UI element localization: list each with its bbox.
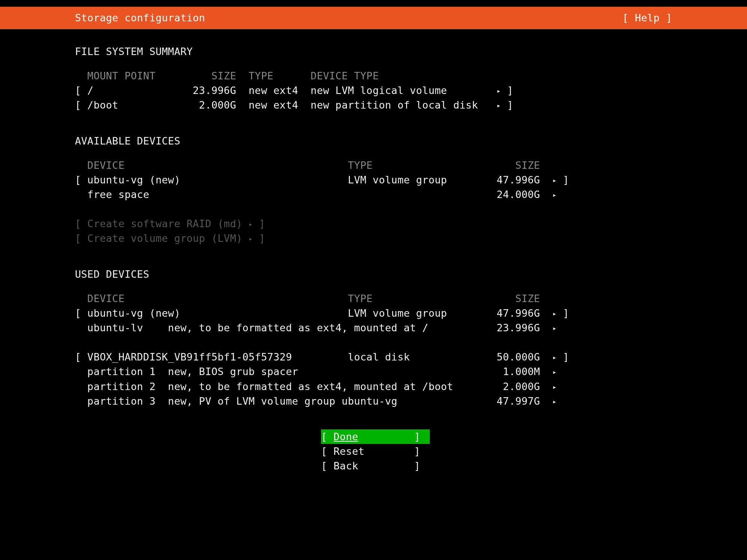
section-title-used: USED DEVICES	[75, 267, 676, 281]
create-raid-button[interactable]: [ Create software RAID (md) ▸ ]	[75, 216, 676, 231]
used-device-child-row[interactable]: partition 3 new, PV of LVM volume group …	[75, 394, 676, 408]
used-device-row[interactable]: [ VBOX_HARDDISK_VB91ff5bf1-05f57329 loca…	[75, 350, 676, 364]
back-button[interactable]: [ Back ]	[321, 459, 430, 473]
fs-summary-row[interactable]: [ / 23.996G new ext4 new LVM logical vol…	[75, 83, 676, 98]
used-devices-section: USED DEVICES DEVICE TYPE SIZE[ ubuntu-vg…	[75, 267, 676, 408]
done-button[interactable]: [ Done ]	[321, 429, 430, 444]
create-lvm-button[interactable]: [ Create volume group (LVM) ▸ ]	[75, 231, 676, 246]
chevron-right-icon: ▸	[553, 368, 557, 376]
chevron-right-icon: ▸	[249, 220, 253, 228]
action-buttons: [ Done ] [ Reset ] [ Back ]	[75, 429, 676, 473]
chevron-right-icon: ▸	[553, 310, 557, 317]
used-device-child-row[interactable]: partition 2 new, to be formatted as ext4…	[75, 379, 676, 394]
chevron-right-icon: ▸	[497, 87, 501, 95]
chevron-right-icon: ▸	[553, 383, 557, 391]
available-device-row[interactable]: [ ubuntu-vg (new) LVM volume group 47.99…	[75, 173, 676, 187]
chevron-right-icon: ▸	[553, 191, 557, 199]
page-title: Storage configuration	[0, 10, 205, 25]
chevron-right-icon: ▸	[553, 353, 557, 361]
chevron-right-icon: ▸	[249, 235, 253, 243]
reset-button[interactable]: [ Reset ]	[321, 444, 430, 459]
used-header-row: DEVICE TYPE SIZE	[75, 291, 676, 306]
chevron-right-icon: ▸	[497, 101, 501, 109]
fs-summary-header-row: MOUNT POINT SIZE TYPE DEVICE TYPE	[75, 69, 676, 83]
available-header-row: DEVICE TYPE SIZE	[75, 158, 676, 173]
available-device-row[interactable]: free space 24.000G ▸	[75, 187, 676, 202]
used-device-row[interactable]: [ ubuntu-vg (new) LVM volume group 47.99…	[75, 306, 676, 320]
chevron-right-icon: ▸	[553, 176, 557, 184]
used-device-child-row[interactable]: ubuntu-lv new, to be formatted as ext4, …	[75, 320, 676, 335]
header-bar: Storage configuration [ Help ]	[0, 7, 747, 29]
file-system-summary-section: FILE SYSTEM SUMMARY MOUNT POINT SIZE TYP…	[75, 44, 676, 113]
available-devices-section: AVAILABLE DEVICES DEVICE TYPE SIZE[ ubun…	[75, 134, 676, 246]
chevron-right-icon: ▸	[553, 324, 557, 332]
section-title-available: AVAILABLE DEVICES	[75, 134, 676, 148]
help-button[interactable]: [ Help ]	[623, 10, 747, 25]
used-device-child-row[interactable]: partition 1 new, BIOS grub spacer 1.000M…	[75, 364, 676, 379]
section-title-fs-summary: FILE SYSTEM SUMMARY	[75, 44, 676, 59]
chevron-right-icon: ▸	[553, 398, 557, 405]
fs-summary-row[interactable]: [ /boot 2.000G new ext4 new partition of…	[75, 98, 676, 112]
